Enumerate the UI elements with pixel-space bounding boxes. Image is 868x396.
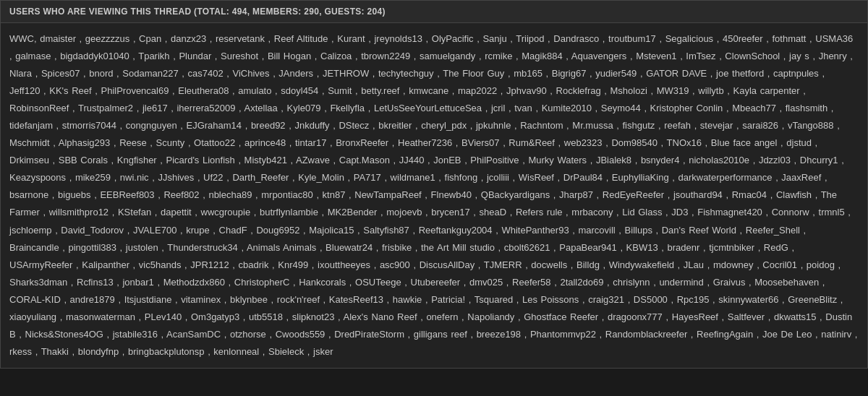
user-cpan[interactable]: Cpan: [139, 33, 161, 44]
user-the-floor-guy[interactable]: The Floor Guy: [443, 68, 504, 79]
panel-header: USERS WHO ARE VIEWING THIS THREAD (TOTAL…: [1, 1, 867, 23]
separator: , cbadrik ,: [229, 259, 278, 270]
user-otzhorse[interactable]: otzhorse: [230, 329, 266, 340]
separator: , Windywakefield , JLau ,: [600, 259, 713, 270]
user-reefah[interactable]: reefah: [664, 120, 691, 131]
user-reefer58[interactable]: Reefer58: [512, 277, 550, 288]
user-tjcmtnbiker[interactable]: tjcmtnbiker: [709, 242, 754, 253]
user-jonbar1[interactable]: jonbar1: [122, 277, 153, 288]
separator: , Sodaman227 , cas7402 , ViChives , JAnd…: [113, 68, 443, 79]
user-jsker[interactable]: jsker: [313, 346, 333, 357]
user-billdg[interactable]: Billdg: [576, 259, 600, 270]
user-aprince48[interactable]: aprince48: [244, 137, 286, 148]
user-sbb-corals[interactable]: SBB Corals: [59, 155, 108, 165]
user-discusallday[interactable]: DiscusAllDay: [420, 259, 475, 270]
separator: , willsmithpro12 , KStefan , dapettit , …: [40, 207, 571, 218]
separator: , ixouttheeyes , asc900 ,: [308, 259, 419, 270]
user-mrbacony[interactable]: mrbacony: [571, 207, 613, 218]
user-knr499[interactable]: Knr499: [278, 259, 308, 270]
user-bnord[interactable]: bnord: [89, 68, 113, 79]
user-dstecz[interactable]: DStecz: [339, 120, 369, 131]
users-list: WWC, dmaister , geezzzzus , Cpan , danzx…: [1, 23, 867, 368]
user-dans-reef-world[interactable]: Dan's Reef World: [662, 225, 736, 236]
thread-viewers-panel: USERS WHO ARE VIEWING THIS THREAD (TOTAL…: [0, 0, 868, 369]
separator: , bkreitler , cheryl_pdx , jpkuhnle , Ra…: [369, 120, 664, 131]
separator: , dmv025 ,: [460, 277, 512, 288]
user-alexs-nano-reef[interactable]: Alex's Nano Reef: [344, 311, 417, 322]
user-jpr1212[interactable]: JPR1212: [190, 259, 229, 270]
separator: , TJMERR , docwells ,: [475, 259, 576, 270]
separator: , Lid Glass , JD3 , Fishmagnet420 , Conn…: [613, 207, 818, 218]
user-utubereefer[interactable]: Utubereefer: [411, 277, 461, 288]
user-wwc[interactable]: WWC: [9, 33, 34, 44]
user-trmnl5[interactable]: trmnl5: [819, 207, 845, 218]
separator: , dmaister , geezzzzus ,: [34, 33, 139, 44]
user-mdowney[interactable]: mdowney: [713, 259, 754, 270]
separator: , Methodzdx860 , ChristopherC , Hankcora…: [154, 277, 411, 288]
user-drpaul84[interactable]: DrPaul84: [563, 172, 603, 183]
